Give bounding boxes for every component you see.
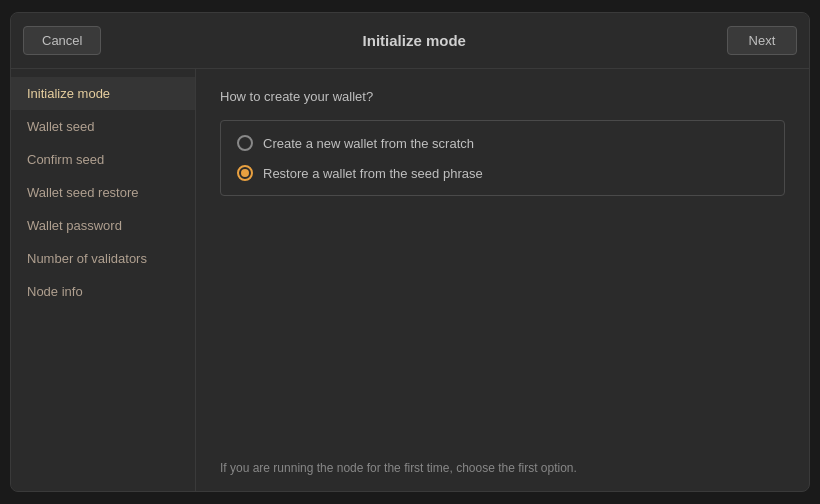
- next-button[interactable]: Next: [727, 26, 797, 55]
- titlebar: Cancel Initialize mode Next: [11, 13, 809, 69]
- sidebar-item-wallet-password[interactable]: Wallet password: [11, 209, 195, 242]
- cancel-button[interactable]: Cancel: [23, 26, 101, 55]
- question-label: How to create your wallet?: [220, 89, 785, 104]
- option-restore-wallet-label: Restore a wallet from the seed phrase: [263, 166, 483, 181]
- sidebar-item-initialize-mode[interactable]: Initialize mode: [11, 77, 195, 110]
- sidebar-item-number-of-validators[interactable]: Number of validators: [11, 242, 195, 275]
- sidebar-item-wallet-seed[interactable]: Wallet seed: [11, 110, 195, 143]
- option-new-wallet[interactable]: Create a new wallet from the scratch: [237, 135, 768, 151]
- sidebar-item-confirm-seed[interactable]: Confirm seed: [11, 143, 195, 176]
- radio-inner-dot: [241, 169, 249, 177]
- sidebar-item-wallet-seed-restore[interactable]: Wallet seed restore: [11, 176, 195, 209]
- radio-new-wallet[interactable]: [237, 135, 253, 151]
- radio-restore-wallet[interactable]: [237, 165, 253, 181]
- sidebar: Initialize modeWallet seedConfirm seedWa…: [11, 69, 196, 491]
- option-new-wallet-label: Create a new wallet from the scratch: [263, 136, 474, 151]
- dialog: Cancel Initialize mode Next Initialize m…: [10, 12, 810, 492]
- footer-note: If you are running the node for the firs…: [220, 461, 785, 475]
- options-box: Create a new wallet from the scratch Res…: [220, 120, 785, 196]
- option-restore-wallet[interactable]: Restore a wallet from the seed phrase: [237, 165, 768, 181]
- sidebar-item-node-info[interactable]: Node info: [11, 275, 195, 308]
- main-content: How to create your wallet? Create a new …: [196, 69, 809, 491]
- dialog-title: Initialize mode: [363, 32, 466, 49]
- content-area: Initialize modeWallet seedConfirm seedWa…: [11, 69, 809, 491]
